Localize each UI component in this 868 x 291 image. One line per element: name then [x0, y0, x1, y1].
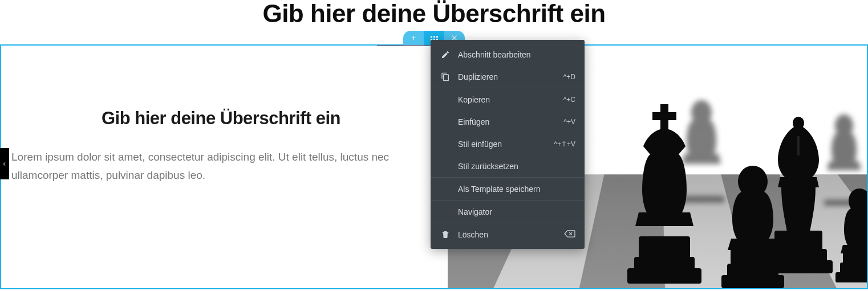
chevron-left-icon — [2, 161, 7, 167]
add-section-button[interactable] — [403, 31, 424, 46]
svg-rect-11 — [843, 252, 867, 265]
menu-shortcut: ^+⇧+V — [554, 140, 575, 148]
chess-pawn — [835, 188, 867, 282]
menu-shortcut: ^+C — [563, 96, 575, 104]
sub-heading[interactable]: Gib hier deine Überschrift ein — [11, 108, 431, 129]
delete-key-icon — [564, 230, 575, 239]
duplicate-icon — [440, 71, 451, 83]
menu-paste[interactable]: Einfügen ^+V — [431, 110, 585, 133]
svg-rect-0 — [627, 268, 701, 284]
menu-label: Löschen — [458, 230, 564, 239]
menu-reset-style[interactable]: Stil zurücksetzen — [431, 155, 585, 177]
trash-icon — [440, 229, 451, 240]
svg-rect-2 — [639, 236, 690, 259]
chess-king — [627, 104, 701, 284]
body-text[interactable]: Lorem ipsum dolor sit amet, consectetur … — [11, 148, 431, 185]
chess-bishop — [764, 117, 833, 273]
section-left-column[interactable]: Gib hier deine Überschrift ein Lorem ips… — [1, 46, 448, 288]
menu-label: Als Template speichern — [458, 185, 575, 194]
menu-label: Duplizieren — [458, 72, 563, 81]
panel-expand-handle[interactable] — [0, 148, 9, 179]
menu-label: Stil zurücksetzen — [458, 162, 575, 171]
menu-copy[interactable]: Kopieren ^+C — [431, 88, 585, 110]
menu-save-template[interactable]: Als Template speichern — [431, 178, 585, 200]
menu-paste-style[interactable]: Stil einfügen ^+⇧+V — [431, 133, 585, 155]
menu-navigator[interactable]: Navigator — [431, 200, 585, 223]
main-heading[interactable]: Gib hier deine Überschrift ein — [0, 0, 868, 27]
section-context-menu: Abschnitt bearbeiten Duplizieren ^+D Kop… — [431, 40, 585, 249]
plus-icon — [410, 34, 417, 42]
menu-label: Stil einfügen — [458, 140, 554, 149]
menu-label: Kopieren — [458, 95, 563, 104]
menu-delete[interactable]: Löschen — [431, 223, 585, 245]
menu-shortcut: ^+V — [563, 118, 575, 126]
svg-rect-8 — [774, 231, 822, 251]
menu-duplicate[interactable]: Duplizieren ^+D — [431, 65, 585, 88]
menu-label: Einfügen — [458, 117, 563, 126]
menu-shortcut: ^+D — [563, 73, 575, 81]
menu-label: Abschnitt bearbeiten — [458, 50, 575, 59]
menu-edit-section[interactable]: Abschnitt bearbeiten — [431, 43, 585, 65]
menu-label: Navigator — [458, 207, 575, 216]
pencil-icon — [440, 49, 451, 60]
